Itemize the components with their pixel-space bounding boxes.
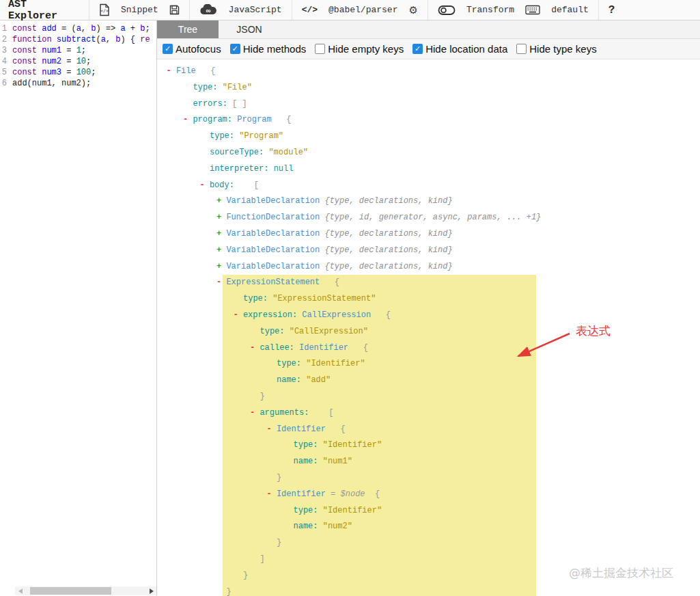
collapse-toggle-icon[interactable]: - [267,489,277,499]
node-name[interactable]: Identifier [277,489,326,499]
checked-checkbox-icon[interactable]: ✓ [412,44,423,54]
watermark: @稀土掘金技术社区 [569,565,673,581]
tree-row[interactable]: - Identifier { [157,422,700,438]
preset-selector[interactable]: default [551,5,589,15]
option-autofocus[interactable]: ✓Autofocus [163,43,221,55]
expand-toggle-icon[interactable]: + [216,229,226,239]
tree-row[interactable]: type: ″Identifier″ [157,437,700,454]
tab-tree[interactable]: Tree [157,21,219,38]
option-label: Hide empty keys [328,43,404,55]
tree-row[interactable]: + VariableDeclaration {type, declaration… [157,243,700,259]
code-line[interactable]: 4const num2 = 10; [0,56,156,67]
tree-row[interactable]: - Identifier = $node { [157,487,700,503]
unchecked-checkbox-icon[interactable] [315,44,325,54]
tree-row[interactable]: name: ″add″ [157,372,700,389]
node-name[interactable]: File [176,66,196,76]
expand-toggle-icon[interactable]: + [216,245,226,255]
tree-row[interactable]: - callee: Identifier { [157,340,700,357]
save-icon[interactable] [169,5,180,15]
scroll-right-arrow-icon[interactable] [150,588,154,594]
unchecked-checkbox-icon[interactable] [516,44,527,54]
node-name[interactable]: VariableDeclaration [226,229,320,239]
scrollbar-thumb[interactable] [30,587,111,595]
tree-row[interactable]: - program: Program { [157,112,700,128]
option-hide-location-data[interactable]: ✓Hide location data [412,43,507,55]
code-line[interactable]: 1const add = (a, b) => a + b; [0,23,156,34]
code-line[interactable]: 2function subtract(a, b) { re [0,34,156,45]
expand-toggle-icon[interactable]: + [216,196,226,206]
language-selector[interactable]: JavaScript [229,5,282,15]
tree-row[interactable]: sourceType: ″module″ [157,145,700,161]
collapse-toggle-icon[interactable]: - [234,310,243,320]
collapse-toggle-icon[interactable]: - [250,408,260,418]
tree-row[interactable]: } [157,389,700,405]
tree-row[interactable]: + VariableDeclaration {type, declaration… [157,259,700,275]
code-text: add(num1, num2); [12,78,91,89]
parser-selector[interactable]: @babel/parser [328,5,397,15]
node-name[interactable]: CallExpression [302,310,371,320]
tree-row[interactable]: } [157,470,700,487]
code-editor[interactable]: 1const add = (a, b) => a + b;2function s… [0,21,157,596]
line-number: 5 [0,67,12,78]
tree-row[interactable]: } [157,584,700,596]
expand-toggle-icon[interactable]: + [216,213,226,222]
transform-label[interactable]: Transform [466,5,514,15]
collapse-toggle-icon[interactable]: - [200,180,210,190]
toggle-off-icon[interactable] [438,5,456,16]
tree-row[interactable]: - expression: CallExpression { [157,308,700,324]
node-name[interactable]: Program [237,115,271,124]
file-code-icon[interactable]: </> [99,3,110,16]
collapse-toggle-icon[interactable]: - [216,277,226,287]
tree-row[interactable]: + VariableDeclaration {type, declaration… [157,193,700,210]
tree-row[interactable]: type: ″CallExpression″ [157,324,700,340]
tree-row[interactable]: type: ″ExpressionStatement″ [157,291,700,308]
node-name[interactable]: Identifier [277,424,326,434]
node-name[interactable]: VariableDeclaration [226,196,320,206]
ast-tree[interactable]: - File {type: ″File″errors: [ ]- program… [157,59,700,596]
gear-icon[interactable]: ⚙ [408,4,417,16]
code-line[interactable]: 5const num3 = 100; [0,67,156,78]
code-line[interactable]: 6add(num1, num2); [0,78,156,89]
tree-row[interactable]: - File { [157,64,700,80]
tree-row[interactable]: type: ″Program″ [157,128,700,145]
option-hide-methods[interactable]: ✓Hide methods [230,43,307,55]
node-name[interactable]: ExpressionStatement [226,277,320,287]
help-button[interactable]: ? [598,0,625,20]
main-split: 1const add = (a, b) => a + b;2function s… [0,21,700,596]
code-line[interactable]: 3const num1 = 1; [0,45,156,56]
node-name[interactable]: Identifier [299,343,348,353]
tab-json[interactable]: JSON [219,21,280,38]
tree-row[interactable]: errors: [ ] [157,96,700,113]
node-key: type: [277,359,306,368]
tree-row[interactable]: type: ″File″ [157,80,700,96]
tree-row[interactable]: - ExpressionStatement { [157,275,700,291]
tree-row[interactable]: - body: [ [157,178,700,194]
cloud-icon[interactable]: ∞ [199,4,218,16]
tree-row[interactable]: + VariableDeclaration {type, declaration… [157,226,700,243]
tree-row[interactable]: name: ″num1″ [157,454,700,470]
collapse-toggle-icon[interactable]: - [167,66,176,76]
collapse-toggle-icon[interactable]: - [267,424,277,434]
tree-row[interactable]: + FunctionDeclaration {type, id, generat… [157,210,700,226]
option-label: Hide location data [425,43,507,55]
tree-row[interactable]: } [157,535,700,552]
checked-checkbox-icon[interactable]: ✓ [163,44,173,54]
snippet-button[interactable]: Snippet [121,5,158,15]
collapse-toggle-icon[interactable]: - [250,343,260,353]
horizontal-scrollbar[interactable] [15,586,156,595]
tree-row[interactable]: name: ″num2″ [157,519,700,535]
checked-checkbox-icon[interactable]: ✓ [230,44,240,54]
node-name[interactable]: FunctionDeclaration [226,213,320,222]
tree-row[interactable]: type: ″Identifier″ [157,503,700,519]
tree-row[interactable]: interpreter: null [157,161,700,178]
svg-text:</>: </> [100,8,109,14]
option-hide-empty-keys[interactable]: Hide empty keys [315,43,404,55]
node-name[interactable]: VariableDeclaration [226,262,320,271]
scroll-left-arrow-icon[interactable] [18,588,23,594]
tree-row[interactable]: - arguments: [ [157,405,700,422]
node-name[interactable]: VariableDeclaration [226,245,320,255]
collapse-toggle-icon[interactable]: - [183,115,193,124]
expand-toggle-icon[interactable]: + [216,262,226,271]
option-hide-type-keys[interactable]: Hide type keys [516,43,596,55]
tree-row[interactable]: type: ″Identifier″ [157,356,700,372]
